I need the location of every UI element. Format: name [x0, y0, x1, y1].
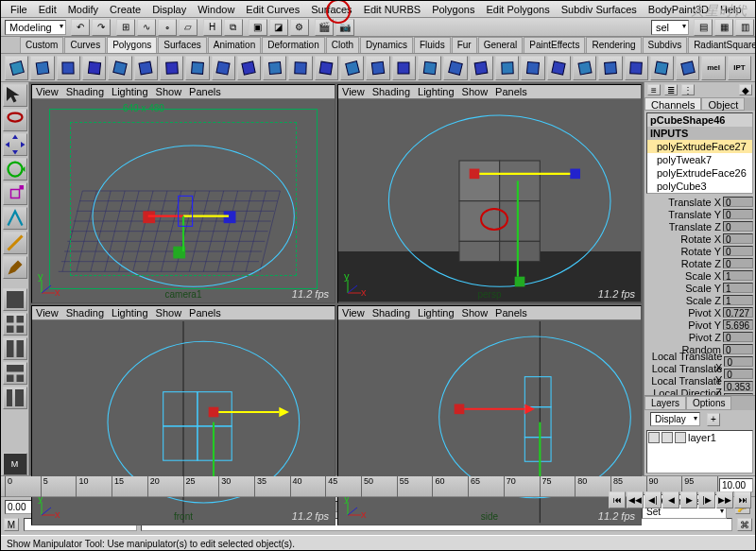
attr-value-field[interactable]: 0: [723, 233, 753, 244]
menu-edit-nurbs[interactable]: Edit NURBS: [358, 4, 427, 15]
shelf-prism-icon[interactable]: [160, 56, 183, 80]
camera-icon[interactable]: 📷: [335, 19, 354, 36]
render-globals-icon[interactable]: ⚙: [290, 19, 309, 36]
construction-history-icon[interactable]: ⧉: [224, 19, 243, 36]
attribute-editor-toggle-icon[interactable]: ▥: [735, 19, 754, 36]
shelf-extrude-icon[interactable]: [366, 56, 389, 80]
vp-menu-show[interactable]: Show: [462, 86, 489, 97]
display-mode-dropdown[interactable]: Display: [650, 412, 700, 426]
playblast-icon[interactable]: 🎬: [315, 19, 334, 36]
menu-display[interactable]: Display: [146, 4, 192, 15]
vp-menu-view[interactable]: View: [36, 86, 59, 97]
mel-icon[interactable]: M: [4, 518, 19, 531]
selection-mask-dropdown[interactable]: sel: [651, 20, 689, 35]
shelf-tab-custom[interactable]: Custom: [20, 37, 63, 53]
shelf-detach-icon[interactable]: [521, 56, 544, 80]
menu-window[interactable]: Window: [192, 4, 240, 15]
mode-dropdown[interactable]: Modeling: [5, 20, 66, 35]
vp-menu-show[interactable]: Show: [156, 86, 182, 97]
shelf-smooth-icon[interactable]: [470, 56, 493, 80]
shelf-tab-painteffects[interactable]: PaintEffects: [524, 37, 585, 53]
attr-value-field[interactable]: 1: [723, 270, 753, 281]
menu-polygons[interactable]: Polygons: [426, 4, 480, 15]
attr-value-field[interactable]: 1: [723, 295, 753, 305]
menu-file[interactable]: File: [5, 4, 33, 15]
tab-channels[interactable]: Channels: [644, 97, 701, 111]
shelf-merge-icon[interactable]: [443, 56, 467, 80]
attr-value-field[interactable]: 5.696: [723, 319, 753, 330]
shelf-platonic-icon[interactable]: [288, 56, 312, 80]
shelf-wedge-icon[interactable]: [573, 56, 596, 80]
redo-icon[interactable]: ↷: [92, 19, 111, 36]
vp-menu-view[interactable]: View: [36, 307, 59, 319]
script-editor-icon[interactable]: ⌘: [737, 518, 752, 531]
tab-options[interactable]: Options: [686, 396, 731, 410]
single-pane-layout[interactable]: [3, 288, 27, 311]
attr-value-field[interactable]: 1: [723, 283, 753, 293]
viewport-persp[interactable]: ViewShadingLightingShowPanelsyx11.2 fpsp…: [337, 84, 642, 303]
next-key-icon[interactable]: |▶: [698, 491, 715, 508]
shelf-chamfer-icon[interactable]: [625, 56, 648, 80]
vp-menu-panels[interactable]: Panels: [189, 307, 221, 319]
snap-plane-icon[interactable]: ▱: [179, 19, 198, 36]
shelf-tab-surfaces[interactable]: Surfaces: [158, 37, 206, 53]
layer-visibility-icon[interactable]: [648, 432, 660, 443]
viewport-canvas[interactable]: 640 x 480yx11.2 fpscamera1: [32, 99, 335, 302]
shelf-tab-polygons[interactable]: Polygons: [107, 37, 157, 53]
shelf-tab-radiantsquare[interactable]: RadiantSquare: [688, 37, 756, 53]
shelf-cube-icon[interactable]: [30, 56, 54, 80]
vp-menu-lighting[interactable]: Lighting: [112, 307, 148, 319]
three-pane-layout[interactable]: [3, 362, 27, 385]
shelf-split-icon[interactable]: [340, 56, 364, 80]
last-tool[interactable]: [3, 232, 27, 254]
shelf-ipt-icon[interactable]: IPT: [728, 56, 751, 80]
snap-curve-icon[interactable]: ∿: [137, 19, 156, 36]
shelf-tab-animation[interactable]: Animation: [208, 37, 261, 53]
vp-menu-lighting[interactable]: Lighting: [418, 307, 455, 319]
shelf-sphere-icon[interactable]: [5, 56, 28, 80]
shelf-tab-subdivs[interactable]: Subdivs: [643, 37, 688, 53]
menu-edit-polygons[interactable]: Edit Polygons: [480, 4, 555, 15]
show-manipulator-tool[interactable]: [3, 207, 27, 230]
step-back-icon[interactable]: ◀◀: [627, 491, 644, 508]
select-tool[interactable]: [3, 84, 27, 107]
layer-display-type-icon[interactable]: [662, 432, 673, 443]
vp-menu-show[interactable]: Show: [156, 307, 182, 319]
lasso-tool[interactable]: [3, 109, 27, 131]
attr-value-field[interactable]: 0: [723, 221, 753, 232]
input-node[interactable]: polyCube3: [647, 180, 752, 193]
snap-grid-icon[interactable]: ⊞: [116, 19, 135, 36]
attr-value-field[interactable]: 0: [723, 332, 753, 342]
scale-tool[interactable]: [3, 182, 27, 205]
shelf-tab-curves[interactable]: Curves: [64, 37, 106, 53]
channel-box-toggle-icon[interactable]: ▤: [694, 19, 713, 36]
shelf-tab-fluids[interactable]: Fluids: [414, 37, 451, 53]
cb-manip-icon[interactable]: ◆: [739, 84, 752, 95]
attr-value-field[interactable]: 0.727: [723, 307, 753, 318]
attr-value-field[interactable]: 0: [723, 246, 753, 256]
shelf-n2-icon[interactable]: [676, 56, 699, 80]
vp-menu-shading[interactable]: Shading: [66, 307, 104, 319]
shelf-tab-cloth[interactable]: Cloth: [326, 37, 359, 53]
menu-subdiv-surfaces[interactable]: Subdiv Surfaces: [556, 4, 643, 15]
menu-create[interactable]: Create: [104, 4, 146, 15]
shelf-cut-icon[interactable]: [418, 56, 441, 80]
attr-value-field[interactable]: 0.353: [724, 381, 753, 391]
input-node[interactable]: polyExtrudeFace27: [647, 140, 752, 153]
layer-editor-toggle-icon[interactable]: ▦: [714, 19, 733, 36]
attr-value-field[interactable]: 0: [724, 356, 753, 367]
shelf-helix-icon[interactable]: [237, 56, 261, 80]
attr-value-field[interactable]: 0: [723, 197, 753, 207]
outliner-layout[interactable]: [3, 387, 27, 409]
shelf-mel-icon[interactable]: mel: [701, 56, 725, 80]
shelf-fill-icon[interactable]: [547, 56, 571, 80]
shelf-cylinder-icon[interactable]: [57, 56, 80, 80]
ipr-icon[interactable]: ◪: [269, 19, 288, 36]
shelf-torus-icon[interactable]: [134, 56, 158, 80]
attr-value-field[interactable]: 0: [723, 258, 753, 268]
vp-menu-shading[interactable]: Shading: [66, 86, 104, 97]
vp-menu-view[interactable]: View: [342, 307, 365, 319]
shelf-cone-icon[interactable]: [82, 56, 106, 80]
shelf-pipe-icon[interactable]: [212, 56, 235, 80]
vp-menu-panels[interactable]: Panels: [189, 86, 221, 97]
